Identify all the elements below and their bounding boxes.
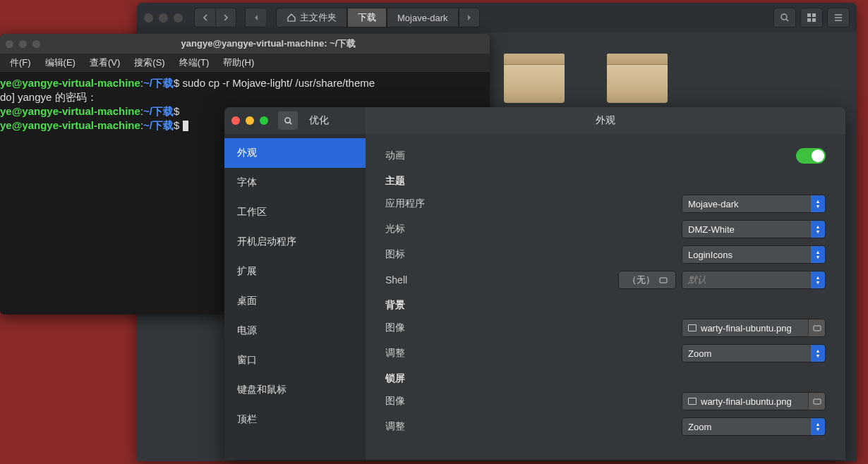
term-close-button[interactable] bbox=[6, 40, 13, 48]
label-bg-image: 图像 bbox=[385, 322, 405, 334]
row-bg-image: 图像 warty-final-ubuntu.png bbox=[385, 319, 826, 337]
fm-minimize-button[interactable] bbox=[159, 13, 168, 23]
sidebar-item-workspace[interactable]: 工作区 bbox=[224, 197, 366, 227]
fm-forward-button[interactable] bbox=[215, 8, 236, 28]
select-cursor-value: DMZ-White bbox=[688, 224, 735, 235]
tweaks-main: 外观 动画 主题 应用程序 Mojave-dark ▲▼ 光标 D bbox=[366, 107, 845, 460]
select-icon-value: LoginIcons bbox=[688, 250, 733, 260]
section-lockscreen: 锁屏 bbox=[385, 372, 826, 385]
sidebar-item-extensions[interactable]: 扩展 bbox=[224, 257, 366, 286]
sidebar-item-desktop[interactable]: 桌面 bbox=[224, 286, 366, 316]
hamburger-icon bbox=[833, 13, 843, 23]
select-shell-value: 默认 bbox=[688, 274, 706, 286]
svg-point-0 bbox=[781, 14, 787, 20]
label-animation: 动画 bbox=[385, 149, 405, 162]
term-maximize-button[interactable] bbox=[32, 40, 40, 48]
svg-point-9 bbox=[284, 117, 289, 122]
select-shell-theme[interactable]: 默认 ▲▼ bbox=[682, 271, 826, 289]
svg-rect-3 bbox=[812, 13, 816, 17]
triangle-right-icon bbox=[466, 14, 472, 21]
row-cursor-theme: 光标 DMZ-White ▲▼ bbox=[385, 220, 826, 238]
fm-close-button[interactable] bbox=[144, 13, 153, 23]
select-lock-adjust[interactable]: Zoom ▲▼ bbox=[682, 417, 826, 436]
chevron-updown-icon: ▲▼ bbox=[811, 345, 825, 362]
file-manager-titlebar: 主文件夹 下载 Mojave-dark bbox=[137, 3, 857, 32]
menu-file[interactable]: 件(F) bbox=[4, 55, 37, 71]
sidebar-item-appearance[interactable]: 外观 bbox=[224, 138, 366, 168]
shell-none-button[interactable]: （无） bbox=[618, 271, 676, 289]
sidebar-item-power[interactable]: 电源 bbox=[224, 316, 366, 346]
file-select-lock-image[interactable]: warty-final-ubuntu.png bbox=[682, 392, 826, 410]
path-segment-home[interactable]: 主文件夹 bbox=[276, 8, 347, 28]
chevron-updown-icon: ▲▼ bbox=[811, 246, 825, 263]
row-animation: 动画 bbox=[385, 147, 826, 165]
label-icon: 图标 bbox=[385, 248, 405, 261]
path-segment-downloads[interactable]: 下载 bbox=[347, 8, 387, 28]
folder-item-2[interactable] bbox=[607, 54, 668, 103]
path-segment-mojave[interactable]: Mojave-dark bbox=[387, 8, 459, 28]
chevron-updown-icon: ▲▼ bbox=[811, 195, 825, 212]
svg-rect-2 bbox=[807, 13, 811, 17]
tweaks-app-title: 优化 bbox=[309, 114, 329, 127]
menu-edit[interactable]: 编辑(E) bbox=[40, 55, 81, 71]
file-browse-icon bbox=[808, 393, 825, 410]
menu-terminal[interactable]: 终端(T) bbox=[174, 55, 215, 71]
chevron-updown-icon: ▲▼ bbox=[811, 271, 825, 288]
term-minimize-button[interactable] bbox=[19, 40, 27, 48]
fm-view-button[interactable] bbox=[800, 8, 823, 28]
menu-view[interactable]: 查看(V) bbox=[84, 55, 126, 71]
tweaks-close-button[interactable] bbox=[231, 116, 240, 125]
terminal-menubar: 件(F) 编辑(E) 查看(V) 搜索(S) 终端(T) 帮助(H) bbox=[0, 54, 490, 72]
section-background: 背景 bbox=[385, 299, 826, 312]
fm-path-next-button[interactable] bbox=[459, 8, 480, 28]
select-application-value: Mojave-dark bbox=[688, 199, 739, 209]
tweaks-maximize-button[interactable] bbox=[260, 116, 268, 125]
fm-maximize-button[interactable] bbox=[174, 13, 183, 23]
path-downloads-label: 下载 bbox=[358, 11, 376, 24]
lock-image-value: warty-final-ubuntu.png bbox=[701, 396, 792, 407]
tweaks-search-button[interactable] bbox=[278, 111, 298, 130]
select-cursor-theme[interactable]: DMZ-White ▲▼ bbox=[682, 220, 826, 238]
select-icon-theme[interactable]: LoginIcons ▲▼ bbox=[682, 245, 826, 264]
fm-nav-group bbox=[194, 8, 236, 28]
chevron-right-icon bbox=[222, 14, 229, 21]
sidebar-item-startup[interactable]: 开机启动程序 bbox=[224, 227, 366, 257]
terminal-titlebar: yangye@yangye-virtual-machine: ~/下载 bbox=[0, 34, 490, 54]
select-application-theme[interactable]: Mojave-dark ▲▼ bbox=[682, 195, 826, 213]
fm-path-back-button[interactable] bbox=[245, 8, 266, 28]
bg-adjust-value: Zoom bbox=[688, 348, 711, 359]
file-select-bg-image[interactable]: warty-final-ubuntu.png bbox=[682, 319, 826, 337]
menu-help[interactable]: 帮助(H) bbox=[217, 55, 260, 71]
row-bg-adjust: 调整 Zoom ▲▼ bbox=[385, 344, 826, 362]
fm-search-button[interactable] bbox=[773, 8, 796, 28]
sidebar-item-keyboard[interactable]: 键盘和鼠标 bbox=[224, 375, 366, 405]
section-theme: 主题 bbox=[385, 175, 826, 188]
lock-adjust-value: Zoom bbox=[688, 422, 711, 432]
path-mojave-label: Mojave-dark bbox=[397, 13, 448, 23]
fm-back-button[interactable] bbox=[194, 8, 215, 28]
svg-line-10 bbox=[289, 122, 291, 124]
row-lock-image: 图像 warty-final-ubuntu.png bbox=[385, 392, 826, 410]
terminal-cursor bbox=[183, 121, 188, 131]
tweaks-window: 优化 外观 字体 工作区 开机启动程序 扩展 桌面 电源 窗口 键盘和鼠标 顶栏… bbox=[224, 107, 845, 460]
svg-rect-12 bbox=[814, 326, 821, 331]
select-bg-adjust[interactable]: Zoom ▲▼ bbox=[682, 344, 826, 362]
tweaks-traffic-lights bbox=[231, 116, 268, 125]
sidebar-item-windows[interactable]: 窗口 bbox=[224, 346, 366, 375]
bg-image-value: warty-final-ubuntu.png bbox=[701, 323, 792, 334]
svg-rect-5 bbox=[812, 18, 816, 22]
label-lock-image: 图像 bbox=[385, 395, 405, 408]
sidebar-item-topbar[interactable]: 顶栏 bbox=[224, 405, 366, 434]
tweaks-sidebar: 优化 外观 字体 工作区 开机启动程序 扩展 桌面 电源 窗口 键盘和鼠标 顶栏 bbox=[224, 107, 366, 460]
chevron-updown-icon: ▲▼ bbox=[811, 221, 825, 238]
fm-menu-button[interactable] bbox=[827, 8, 850, 28]
row-lock-adjust: 调整 Zoom ▲▼ bbox=[385, 417, 826, 436]
menu-search[interactable]: 搜索(S) bbox=[128, 55, 170, 71]
svg-line-1 bbox=[786, 19, 788, 21]
tweaks-minimize-button[interactable] bbox=[246, 116, 254, 125]
path-home-label: 主文件夹 bbox=[300, 11, 337, 24]
folder-item-1[interactable] bbox=[504, 54, 565, 103]
sidebar-item-fonts[interactable]: 字体 bbox=[224, 168, 366, 197]
grid-view-icon bbox=[807, 13, 816, 23]
toggle-animation[interactable] bbox=[796, 148, 826, 164]
